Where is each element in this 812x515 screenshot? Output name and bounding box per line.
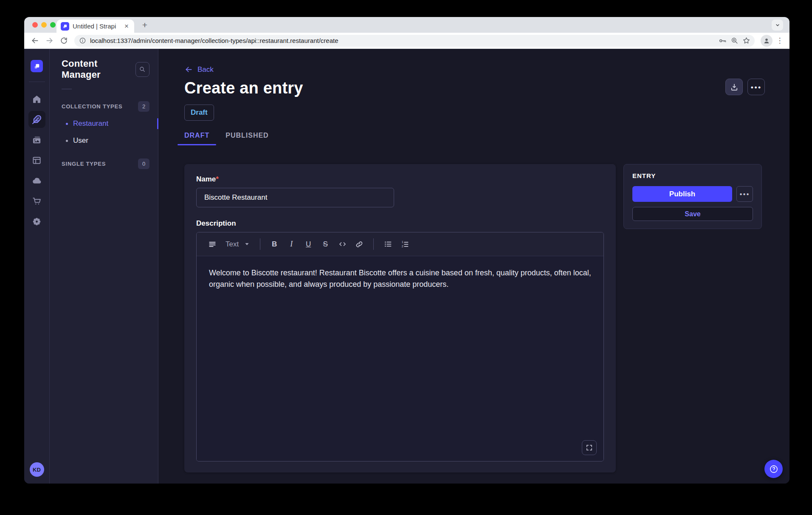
page-title: Create an entry: [184, 78, 765, 98]
entry-form-card: Name* Description Text: [184, 164, 616, 473]
media-library-icon[interactable]: [28, 131, 45, 148]
expand-editor-button[interactable]: [582, 440, 597, 455]
cloud-icon[interactable]: [28, 172, 45, 189]
toolbar-separator: [260, 238, 260, 250]
fullscreen-window-button[interactable]: [50, 22, 56, 28]
collection-types-count-badge: 2: [138, 101, 149, 112]
publish-button[interactable]: Publish: [632, 186, 732, 202]
single-types-count-badge: 0: [138, 158, 149, 169]
bullet-icon: [66, 140, 68, 142]
browser-profile-icon[interactable]: [761, 35, 773, 47]
text-align-icon[interactable]: [205, 237, 220, 252]
strikethrough-button[interactable]: S: [318, 237, 333, 252]
window-controls: [32, 22, 56, 28]
toolbar-separator: [373, 238, 374, 250]
browser-window: Untitled | Strapi × + localhost:1337/adm…: [24, 17, 789, 484]
zoom-in-icon[interactable]: [730, 37, 739, 45]
rich-text-editor: Text B I U S: [196, 232, 604, 461]
bullet-icon: [66, 123, 68, 125]
minimize-window-button[interactable]: [41, 22, 47, 28]
site-info-icon[interactable]: [79, 37, 86, 44]
bullet-list-button[interactable]: [381, 237, 395, 252]
link-icon: [355, 240, 364, 249]
editor-content[interactable]: Welcome to Biscotte restaurant! Restaura…: [197, 256, 603, 461]
code-icon: [338, 240, 347, 249]
nav-rail: KD: [24, 49, 50, 484]
bookmark-star-icon[interactable]: [742, 37, 750, 45]
download-icon: [730, 83, 739, 91]
rail-divider: [29, 82, 45, 82]
subnav-title: Content Manager: [62, 58, 135, 80]
bold-button[interactable]: B: [267, 237, 282, 252]
name-input[interactable]: [196, 188, 394, 207]
more-actions-button[interactable]: ●●●: [747, 79, 765, 95]
reload-icon[interactable]: [57, 34, 70, 47]
tab-title: Untitled | Strapi: [73, 23, 119, 30]
forward-nav-icon[interactable]: [43, 34, 56, 47]
single-types-label: SINGLE TYPES: [62, 161, 106, 167]
required-asterisk: *: [216, 175, 219, 183]
entry-panel-title: ENTRY: [632, 172, 753, 179]
sidebar-item-restaurant[interactable]: Restaurant: [50, 115, 158, 132]
url-bar[interactable]: localhost:1337/admin/content-manager/col…: [74, 35, 755, 47]
content-manager-subnav: Content Manager COLLECTION TYPES 2 Resta…: [50, 49, 158, 484]
editor-toolbar: Text B I U S: [197, 232, 603, 256]
numbered-list-icon: 12: [400, 240, 409, 249]
search-icon: [139, 66, 146, 73]
entry-panel: ENTRY Publish ●●● Save: [623, 164, 762, 229]
save-button[interactable]: Save: [632, 207, 753, 221]
strapi-app: KD Content Manager COLLECTION TYPES 2 Re…: [24, 49, 789, 484]
text-style-dropdown[interactable]: Text: [226, 240, 250, 249]
svg-text:1: 1: [401, 241, 403, 243]
tab-strip: Untitled | Strapi × +: [24, 17, 789, 33]
settings-gear-icon[interactable]: [28, 213, 45, 230]
back-label: Back: [197, 65, 214, 74]
link-button[interactable]: [352, 237, 367, 252]
active-tab-underline: [178, 144, 216, 145]
home-icon[interactable]: [28, 91, 45, 108]
expand-icon: [586, 444, 593, 451]
new-tab-button[interactable]: +: [139, 20, 150, 31]
version-tabs: DRAFT PUBLISHED: [184, 132, 765, 145]
bullet-list-icon: [383, 240, 392, 249]
search-button[interactable]: [135, 62, 149, 77]
collection-types-label: COLLECTION TYPES: [62, 103, 123, 110]
marketplace-cart-icon[interactable]: [28, 192, 45, 209]
browser-toolbar: localhost:1337/admin/content-manager/col…: [24, 33, 789, 49]
entry-more-button[interactable]: ●●●: [736, 186, 753, 202]
tab-close-icon[interactable]: ×: [123, 22, 130, 31]
help-question-icon: [769, 464, 779, 474]
arrow-left-icon: [184, 65, 193, 74]
user-avatar[interactable]: KD: [30, 462, 44, 477]
chevron-down-icon: [775, 22, 781, 28]
more-horizontal-icon: ●●●: [739, 192, 750, 196]
name-field-label: Name*: [196, 175, 604, 184]
subnav-divider: [62, 89, 72, 89]
strapi-logo-icon[interactable]: [31, 60, 43, 72]
underline-button[interactable]: U: [301, 237, 316, 252]
export-button[interactable]: [725, 79, 743, 95]
strapi-favicon-icon: [61, 22, 69, 31]
browser-tab[interactable]: Untitled | Strapi ×: [56, 20, 134, 33]
status-badge: Draft: [184, 105, 214, 121]
back-link[interactable]: Back: [184, 65, 214, 74]
browser-menu-icon[interactable]: ⋮: [774, 34, 785, 47]
password-key-icon[interactable]: [718, 37, 727, 45]
description-field-label: Description: [196, 219, 604, 228]
content-manager-icon[interactable]: [28, 111, 45, 128]
help-button[interactable]: [764, 460, 783, 478]
url-text[interactable]: localhost:1337/admin/content-manager/col…: [90, 37, 714, 44]
sidebar-item-user[interactable]: User: [50, 132, 158, 149]
numbered-list-button[interactable]: 12: [398, 237, 412, 252]
tab-search-button[interactable]: [772, 20, 783, 31]
main-content: Back Create an entry Draft DRAFT PUBLISH…: [158, 49, 789, 484]
code-button[interactable]: [335, 237, 350, 252]
back-nav-icon[interactable]: [28, 34, 41, 47]
tab-published[interactable]: PUBLISHED: [226, 132, 268, 145]
svg-text:2: 2: [401, 245, 403, 248]
italic-button[interactable]: I: [284, 237, 299, 252]
close-window-button[interactable]: [32, 22, 38, 28]
tab-draft[interactable]: DRAFT: [184, 132, 209, 145]
content-type-builder-icon[interactable]: [28, 152, 45, 169]
caret-down-icon: [244, 241, 250, 247]
